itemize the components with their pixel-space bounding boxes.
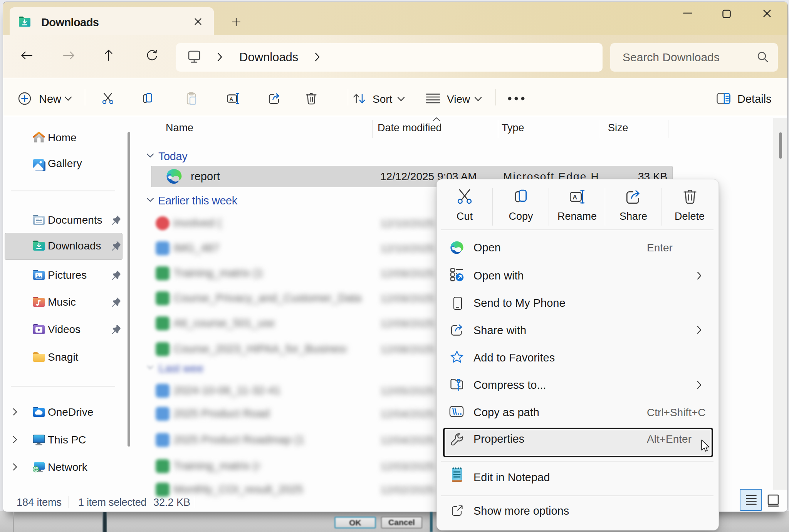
svg-text:A: A xyxy=(230,96,233,102)
svg-text:A: A xyxy=(572,194,577,201)
